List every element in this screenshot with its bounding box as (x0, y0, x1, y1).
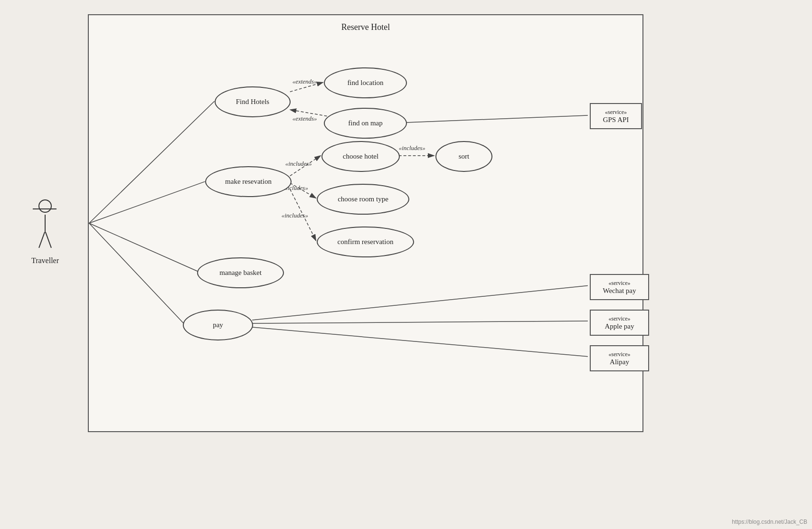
use-case-confirm-reservation: confirm reservation (317, 227, 414, 257)
service-alipay: «service» Alipay (590, 345, 649, 371)
use-case-sort: sort (435, 141, 492, 172)
use-case-manage-basket: manage basket (197, 257, 284, 288)
service-wechat-pay: «service» Wechat pay (590, 274, 649, 300)
svg-text:«extends»: «extends» (293, 115, 317, 122)
svg-text:«includes»: «includes» (282, 212, 308, 219)
use-case-choose-room-type: choose room type (317, 184, 409, 215)
gps-name: GPS API (603, 116, 629, 124)
apple-name: Apple pay (604, 322, 634, 331)
use-case-make-reservation: make resevation (205, 166, 292, 197)
svg-line-6 (290, 82, 323, 92)
use-case-find-location: find location (324, 67, 407, 98)
wechat-stereotype: «service» (609, 280, 631, 287)
svg-line-15 (290, 189, 316, 241)
service-gps-api: «service» GPS API (590, 103, 642, 129)
svg-text:«extends»: «extends» (293, 78, 317, 85)
system-label: Reserve Hotel (341, 22, 390, 32)
use-case-find-on-map: find on map (324, 108, 407, 139)
svg-line-21 (252, 327, 588, 357)
gps-stereotype: «service» (605, 109, 627, 116)
svg-line-11 (290, 156, 321, 176)
svg-line-19 (252, 285, 588, 320)
svg-line-10 (406, 115, 588, 123)
use-case-pay: pay (183, 310, 253, 340)
diagram-container: Reserve Hotel «extends» (88, 14, 643, 432)
svg-line-5 (89, 223, 184, 323)
svg-line-13 (290, 183, 316, 198)
actor-label: Traveller (31, 256, 59, 265)
service-apple-pay: «service» Apple pay (590, 310, 649, 336)
svg-text:«includes»: «includes» (285, 160, 312, 167)
watermark: https://blog.csdn.net/Jack_CB (732, 519, 807, 525)
svg-text:«includes»: «includes» (399, 144, 425, 151)
alipay-name: Alipay (610, 358, 629, 366)
use-case-choose-hotel: choose hotel (321, 141, 400, 172)
svg-line-3 (89, 181, 205, 223)
svg-line-4 (89, 223, 198, 272)
svg-line-20 (252, 321, 588, 323)
svg-line-2 (89, 101, 215, 223)
apple-stereotype: «service» (609, 315, 631, 322)
wechat-name: Wechat pay (603, 287, 636, 295)
use-case-find-hotels: Find Hotels (215, 86, 291, 117)
alipay-stereotype: «service» (609, 351, 631, 358)
actor-traveller: Traveller (26, 199, 64, 265)
